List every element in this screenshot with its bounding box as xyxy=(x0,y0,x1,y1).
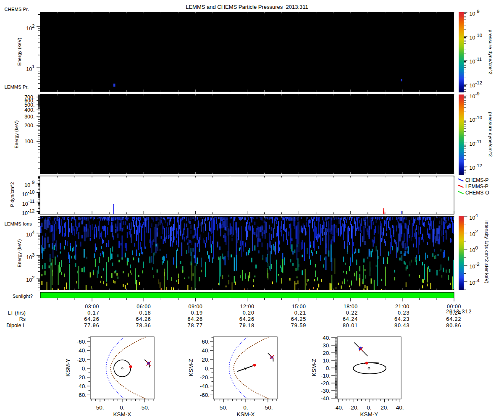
svg-text:10.: 10. xyxy=(323,357,331,364)
svg-text:20.: 20. xyxy=(323,350,331,356)
svg-text:15:00: 15:00 xyxy=(292,304,306,310)
svg-text:KSM-Z: KSM-Z xyxy=(311,359,317,376)
svg-text:-40.: -40. xyxy=(77,347,87,354)
svg-text:40.: 40. xyxy=(202,347,210,354)
svg-text:2013-312: 2013-312 xyxy=(446,309,472,315)
svg-text:80.86: 80.86 xyxy=(446,323,461,328)
svg-text:-20.: -20. xyxy=(349,404,359,411)
svg-text:50.: 50. xyxy=(96,404,104,411)
svg-text:0.: 0. xyxy=(120,404,124,411)
svg-text:KSM-Z: KSM-Z xyxy=(188,359,194,376)
svg-text:LEMMS Ions: LEMMS Ions xyxy=(5,221,32,226)
svg-text:-20.: -20. xyxy=(77,357,87,363)
svg-text:LEMMS and CHEMS Particle Press: LEMMS and CHEMS Particle Pressures 2013:… xyxy=(186,4,308,10)
svg-text:20.: 20. xyxy=(79,374,87,381)
svg-text:64.26: 64.26 xyxy=(239,316,255,322)
svg-text:CHEMS-P: CHEMS-P xyxy=(465,177,488,183)
svg-text:64.23: 64.23 xyxy=(394,316,410,322)
svg-text:03:00: 03:00 xyxy=(85,304,99,310)
svg-text:60.: 60. xyxy=(202,339,210,345)
svg-text:-50.: -50. xyxy=(139,404,149,411)
svg-text:60.: 60. xyxy=(79,392,87,398)
svg-text:KSM-X: KSM-X xyxy=(113,411,131,417)
svg-text:LEMMS-P: LEMMS-P xyxy=(465,184,488,189)
svg-text:12:00: 12:00 xyxy=(240,304,255,310)
svg-text:40.: 40. xyxy=(323,335,331,341)
svg-text:64.22: 64.22 xyxy=(446,316,461,322)
svg-text:pressure dyne/cm^2: pressure dyne/cm^2 xyxy=(488,112,493,157)
svg-text:06:00: 06:00 xyxy=(136,304,151,310)
svg-text:20.: 20. xyxy=(381,404,388,411)
svg-text:Energy (keV): Energy (keV) xyxy=(17,37,22,66)
svg-text:78.36: 78.36 xyxy=(136,323,151,328)
svg-text:50.: 50. xyxy=(220,404,228,411)
svg-text:200.: 200. xyxy=(24,123,34,129)
svg-text:-20.: -20. xyxy=(321,380,331,386)
svg-text:64.26: 64.26 xyxy=(136,316,151,322)
svg-text:64.25: 64.25 xyxy=(291,316,306,322)
svg-text:-10.: -10. xyxy=(321,373,331,379)
svg-text:-40.: -40. xyxy=(333,404,343,411)
svg-text:700.: 700. xyxy=(24,94,34,100)
svg-text:0.21: 0.21 xyxy=(294,310,306,316)
svg-text:30.: 30. xyxy=(323,342,331,349)
svg-text:-60.: -60. xyxy=(200,392,210,398)
svg-text:-20.: -20. xyxy=(200,374,210,381)
svg-text:Sunlight?: Sunlight? xyxy=(13,294,33,299)
svg-text:intensity 1/(s cm^2 ster keV): intensity 1/(s cm^2 ster keV) xyxy=(484,220,489,284)
svg-text:0.: 0. xyxy=(82,365,87,372)
svg-text:-40.: -40. xyxy=(200,383,210,389)
svg-text:100.: 100. xyxy=(24,139,34,144)
svg-text:79.59: 79.59 xyxy=(291,323,306,328)
svg-text:KSM-Y: KSM-Y xyxy=(360,411,378,417)
svg-text:P dyn/cm^2: P dyn/cm^2 xyxy=(10,182,15,207)
svg-text:18:00: 18:00 xyxy=(344,304,358,310)
svg-text:21:00: 21:00 xyxy=(395,304,410,310)
svg-text:CHEMS-O: CHEMS-O xyxy=(465,190,489,196)
svg-text:0.18: 0.18 xyxy=(139,310,151,316)
svg-text:79.18: 79.18 xyxy=(239,323,255,328)
svg-text:Energy (keV): Energy (keV) xyxy=(17,239,22,267)
svg-text:LEMMS Pr.: LEMMS Pr. xyxy=(5,84,29,89)
svg-text:KSM-Y: KSM-Y xyxy=(65,359,71,377)
svg-text:0.19: 0.19 xyxy=(191,310,203,316)
svg-text:Dipole L: Dipole L xyxy=(6,323,26,328)
svg-text:0.: 0. xyxy=(326,365,331,371)
svg-text:78.77: 78.77 xyxy=(188,323,203,328)
svg-text:-60.: -60. xyxy=(77,339,87,345)
svg-text:pressure dyne/cm^2: pressure dyne/cm^2 xyxy=(488,30,493,75)
svg-text:Energy (keV): Energy (keV) xyxy=(14,120,19,148)
svg-text:-50.: -50. xyxy=(263,404,273,411)
svg-text:40.: 40. xyxy=(79,383,87,389)
svg-text:09:00: 09:00 xyxy=(189,304,203,310)
svg-text:64.26: 64.26 xyxy=(84,316,99,322)
svg-text:-30.: -30. xyxy=(321,388,331,394)
svg-text:300.: 300. xyxy=(24,114,34,120)
svg-text:64.24: 64.24 xyxy=(343,316,358,322)
svg-text:0.: 0. xyxy=(205,365,210,372)
svg-text:0.23: 0.23 xyxy=(398,310,410,316)
svg-text:64.26: 64.26 xyxy=(188,316,203,322)
svg-text:80.43: 80.43 xyxy=(394,323,410,328)
svg-text:80.01: 80.01 xyxy=(343,323,358,328)
svg-text:77.96: 77.96 xyxy=(84,323,99,328)
svg-text:-40.: -40. xyxy=(321,395,331,402)
svg-text:CHEMS Pr.: CHEMS Pr. xyxy=(5,7,29,12)
svg-text:0.: 0. xyxy=(243,404,248,411)
svg-text:40.: 40. xyxy=(396,404,404,411)
svg-text:Rs: Rs xyxy=(19,316,26,322)
svg-text:KSM-X: KSM-X xyxy=(237,411,255,417)
svg-text:0.: 0. xyxy=(367,404,371,411)
svg-text:0.20: 0.20 xyxy=(243,310,255,316)
svg-text:0.17: 0.17 xyxy=(87,310,99,316)
svg-text:LT (hrs): LT (hrs) xyxy=(8,310,26,316)
svg-text:400.: 400. xyxy=(24,107,34,113)
svg-text:0.22: 0.22 xyxy=(346,310,358,316)
svg-text:20.: 20. xyxy=(202,357,210,363)
